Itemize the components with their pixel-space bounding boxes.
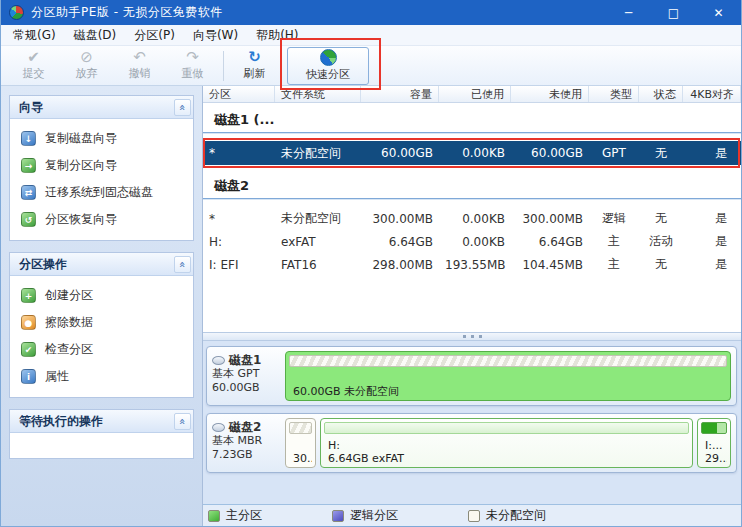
window-title: 分区助手PE版 - 无损分区免费软件 bbox=[31, 4, 223, 21]
disk1-unallocated-segment[interactable]: 60.00GB 未分配空间 bbox=[285, 351, 731, 401]
wizards-panel: 向导 « ↓ 复制磁盘向导 → 复制分区向导 ⇄ 迁移系统到固态磁盘 bbox=[9, 95, 194, 241]
menu-wizard[interactable]: 向导(W) bbox=[184, 25, 247, 46]
disk2-partition-h-segment[interactable]: H: 6.64GB exFAT bbox=[320, 418, 693, 468]
partition-operations-panel: 分区操作 « + 创建分区 ● 擦除数据 ✔ 检查分区 bbox=[9, 252, 194, 398]
collapse-chevron-icon[interactable]: « bbox=[174, 413, 191, 430]
column-partition[interactable]: 分区 bbox=[203, 86, 275, 102]
column-used[interactable]: 已使用 bbox=[439, 86, 511, 102]
splitter-handle[interactable] bbox=[203, 332, 741, 341]
copy-partition-icon: → bbox=[21, 158, 36, 173]
partition-table-header: 分区 文件系统 容量 已使用 未使用 类型 状态 4KB对齐 bbox=[203, 86, 741, 103]
column-capacity[interactable]: 容量 bbox=[361, 86, 439, 102]
commit-check-icon: ✔ bbox=[27, 50, 40, 65]
logical-partition-swatch-icon bbox=[332, 510, 344, 522]
disk-map: 磁盘1 基本 GPT 60.00GB 60.00GB 未分配空间 bbox=[203, 341, 741, 504]
disk1-size: 60.00GB bbox=[212, 381, 285, 395]
sidebar-item-copy-disk-wizard[interactable]: ↓ 复制磁盘向导 bbox=[10, 125, 193, 152]
wizards-panel-header[interactable]: 向导 « bbox=[10, 96, 193, 119]
menu-partition[interactable]: 分区(P) bbox=[125, 25, 184, 46]
sidebar-item-partition-recovery-wizard[interactable]: ↺ 分区恢复向导 bbox=[10, 206, 193, 233]
check-partition-icon: ✔ bbox=[21, 342, 36, 357]
table-row[interactable]: * 未分配空间 60.00GB 0.00KB 60.00GB GPT 无 是 bbox=[203, 141, 741, 165]
sidebar-item-wipe-data[interactable]: ● 擦除数据 bbox=[10, 309, 193, 336]
table-row[interactable]: * 未分配空间 300.00MB 0.00KB 300.00MB 逻辑 无 是 bbox=[203, 207, 741, 230]
column-status[interactable]: 状态 bbox=[639, 86, 683, 102]
table-row[interactable]: H: exFAT 6.64GB 0.00KB 6.64GB 主 活动 是 bbox=[203, 230, 741, 253]
pie-chart-icon bbox=[320, 49, 337, 66]
collapse-chevron-icon[interactable]: « bbox=[174, 99, 191, 116]
disk2-size: 7.23GB bbox=[212, 448, 285, 462]
disk-icon bbox=[212, 423, 225, 432]
disk1-panel: 磁盘1 基本 GPT 60.00GB 60.00GB 未分配空间 bbox=[206, 346, 737, 406]
menu-general[interactable]: 常规(G) bbox=[4, 25, 65, 46]
main-area: 分区 文件系统 容量 已使用 未使用 类型 状态 4KB对齐 磁盘1 (... … bbox=[203, 86, 741, 526]
legend-logical-partition: 逻辑分区 bbox=[332, 507, 398, 524]
disk-icon bbox=[212, 356, 225, 365]
window-controls: ─ □ ✕ bbox=[606, 0, 741, 25]
create-partition-icon: + bbox=[21, 288, 36, 303]
sidebar-item-create-partition[interactable]: + 创建分区 bbox=[10, 282, 193, 309]
migrate-os-icon: ⇄ bbox=[21, 185, 36, 200]
pending-operations-panel: 等待执行的操作 « bbox=[9, 409, 194, 459]
legend-primary-partition: 主分区 bbox=[208, 507, 262, 524]
menu-help[interactable]: 帮助(H) bbox=[247, 25, 307, 46]
undo-arrow-icon: ↶ bbox=[133, 50, 146, 65]
primary-partition-swatch-icon bbox=[208, 510, 220, 522]
unallocated-swatch-icon bbox=[468, 510, 480, 522]
commit-button[interactable]: ✔ 提交 bbox=[7, 47, 60, 85]
disk2-partition-i-segment[interactable]: I:... 29... bbox=[697, 418, 731, 468]
legend-unallocated: 未分配空间 bbox=[468, 507, 546, 524]
column-4kb-aligned[interactable]: 4KB对齐 bbox=[683, 86, 741, 102]
table-row[interactable]: I: EFI FAT16 298.00MB 193.55MB 104.45MB … bbox=[203, 253, 741, 276]
sidebar-item-migrate-os-ssd[interactable]: ⇄ 迁移系统到固态磁盘 bbox=[10, 179, 193, 206]
pending-operations-header[interactable]: 等待执行的操作 « bbox=[10, 410, 193, 433]
usage-strip bbox=[289, 422, 312, 434]
disk2-unallocated-segment[interactable]: 30... bbox=[285, 418, 316, 468]
legend-bar: 主分区 逻辑分区 未分配空间 bbox=[203, 504, 741, 526]
pending-operations-list bbox=[10, 433, 193, 458]
wipe-data-icon: ● bbox=[21, 315, 36, 330]
menubar: 常规(G) 磁盘(D) 分区(P) 向导(W) 帮助(H) bbox=[1, 25, 741, 46]
column-filesystem[interactable]: 文件系统 bbox=[275, 86, 361, 102]
disk2-panel: 磁盘2 基本 MBR 7.23GB 30... bbox=[206, 413, 737, 473]
close-button[interactable]: ✕ bbox=[696, 0, 741, 25]
titlebar: 分区助手PE版 - 无损分区免费软件 ─ □ ✕ bbox=[1, 0, 741, 25]
partition-operations-header[interactable]: 分区操作 « bbox=[10, 253, 193, 276]
refresh-button[interactable]: ↻ 刷新 bbox=[228, 47, 281, 85]
toolbar: ✔ 提交 ⊘ 放弃 ↶ 撤销 ↷ 重做 ↻ 刷新 快速分区 bbox=[1, 46, 741, 86]
redo-button[interactable]: ↷ 重做 bbox=[166, 47, 219, 85]
refresh-icon: ↻ bbox=[248, 50, 261, 65]
app-window: 分区助手PE版 - 无损分区免费软件 ─ □ ✕ 常规(G) 磁盘(D) 分区(… bbox=[0, 0, 742, 527]
usage-strip bbox=[289, 355, 727, 367]
redo-arrow-icon: ↷ bbox=[186, 50, 199, 65]
partition-recovery-icon: ↺ bbox=[21, 212, 36, 227]
app-logo-icon bbox=[9, 5, 24, 20]
toolbar-separator bbox=[223, 51, 224, 81]
collapse-chevron-icon[interactable]: « bbox=[174, 256, 191, 273]
sidebar-item-properties[interactable]: i 属性 bbox=[10, 363, 193, 390]
undo-button[interactable]: ↶ 撤销 bbox=[113, 47, 166, 85]
copy-disk-icon: ↓ bbox=[21, 131, 36, 146]
properties-info-icon: i bbox=[21, 369, 36, 384]
quick-partition-button[interactable]: 快速分区 bbox=[287, 47, 369, 85]
menu-disk[interactable]: 磁盘(D) bbox=[65, 25, 126, 46]
disk2-group-header: 磁盘2 bbox=[203, 175, 741, 199]
disk1-scheme: 基本 GPT bbox=[212, 367, 285, 381]
column-type[interactable]: 类型 bbox=[589, 86, 639, 102]
column-unused[interactable]: 未使用 bbox=[511, 86, 589, 102]
sidebar-item-check-partition[interactable]: ✔ 检查分区 bbox=[10, 336, 193, 363]
disk2-scheme: 基本 MBR bbox=[212, 434, 285, 448]
partition-table-body: 磁盘1 (... * 未分配空间 60.00GB 0.00KB 60.00GB … bbox=[203, 103, 741, 332]
sidebar-item-copy-partition-wizard[interactable]: → 复制分区向导 bbox=[10, 152, 193, 179]
usage-strip bbox=[324, 422, 689, 434]
discard-button[interactable]: ⊘ 放弃 bbox=[60, 47, 113, 85]
usage-strip bbox=[701, 422, 727, 434]
maximize-button[interactable]: □ bbox=[651, 0, 696, 25]
minimize-button[interactable]: ─ bbox=[606, 0, 651, 25]
disk1-group-header: 磁盘1 (... bbox=[203, 109, 741, 133]
discard-icon: ⊘ bbox=[80, 50, 93, 65]
sidebar: 向导 « ↓ 复制磁盘向导 → 复制分区向导 ⇄ 迁移系统到固态磁盘 bbox=[1, 86, 203, 526]
